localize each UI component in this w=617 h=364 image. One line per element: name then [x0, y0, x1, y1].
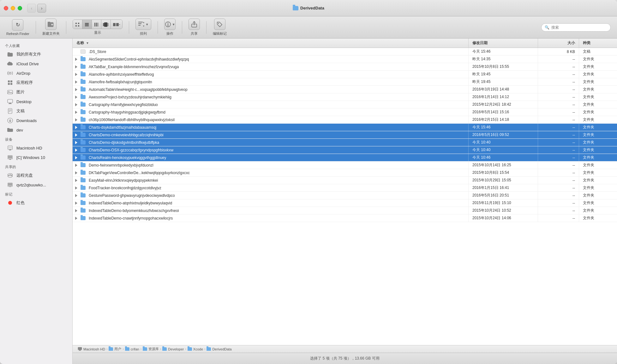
expand-triangle-icon[interactable] — [75, 118, 77, 121]
sort-button[interactable]: ▼ — [135, 19, 151, 30]
file-size-cell: -- — [538, 139, 579, 146]
sidebar-item-docs[interactable]: 文稿 — [2, 106, 70, 116]
minimize-button[interactable] — [11, 6, 15, 10]
breadcrumb-item[interactable]: 资源库 — [143, 347, 159, 351]
breadcrumb-item[interactable]: Developer — [162, 347, 184, 351]
table-row[interactable]: DKTabPageViewControllerDe...kekhwqfqqogd… — [73, 169, 617, 177]
table-row[interactable]: ChartsRealm-henokosypuekvqggvthggjdtnuey… — [73, 154, 617, 161]
expand-triangle-icon[interactable] — [75, 103, 77, 106]
expand-triangle-icon[interactable] — [75, 65, 77, 68]
search-box[interactable]: 🔍 — [541, 23, 611, 32]
expand-triangle-icon[interactable] — [75, 73, 77, 76]
col-header-size[interactable]: 大小 — [538, 38, 579, 48]
expand-triangle-icon[interactable] — [75, 133, 77, 137]
action-button[interactable]: ▼ — [164, 19, 176, 30]
col-header-kind[interactable]: 种类 — [579, 38, 617, 48]
file-name-label: AKTabBar_Example-bldvnmenrlmozhezfzvqmxf… — [89, 65, 179, 69]
sidebar-item-downloads[interactable]: Downloads — [2, 116, 70, 125]
maximize-button[interactable] — [18, 6, 22, 10]
table-row[interactable]: Cartography-hfarnifyjiewxhcyegfislzbtduo… — [73, 101, 617, 109]
file-date-cell: 昨天 14:35 — [469, 56, 538, 63]
new-folder-button[interactable]: 新建文件夹 — [42, 19, 60, 36]
view-share-button[interactable] — [111, 20, 122, 29]
table-row[interactable]: ChartsDemo-djiskodgvlmtbohlfkwjutbffpka今… — [73, 139, 617, 146]
table-row[interactable]: AwesomeProject-bxhzyzdosuhjrdanwchymkieh… — [73, 93, 617, 101]
expand-triangle-icon[interactable] — [75, 164, 77, 167]
col-header-date[interactable]: 修改日期 — [469, 38, 538, 48]
view-column-button[interactable] — [92, 20, 101, 29]
expand-triangle-icon[interactable] — [75, 88, 77, 91]
new-folder-label: 新建文件夹 — [42, 31, 60, 36]
forward-button[interactable]: › — [37, 4, 46, 13]
share-button[interactable] — [189, 19, 200, 30]
expand-triangle-icon[interactable] — [75, 209, 77, 212]
table-row[interactable]: IndexedTableDemo-bdyomemkkuozfvbwcschgxv… — [73, 207, 617, 214]
sidebar-item-shared1[interactable]: qvtz2qbuuwko... — [2, 180, 70, 190]
expand-triangle-icon[interactable] — [75, 171, 77, 174]
table-row[interactable]: Alamofire-fwfbsalqilxhajcunjtgtquonitn昨天… — [73, 78, 617, 86]
table-row[interactable]: .DS_Store今天 15:468 KB文稿 — [73, 48, 617, 56]
table-row[interactable]: Charts-dsykdamdtfazjmalhdabaauamsqj今天 15… — [73, 124, 617, 131]
table-row[interactable]: GesturePassword-ghpwavyrugnjvdeociwywdlv… — [73, 192, 617, 199]
table-row[interactable]: AKTabBar_Example-bldvnmenrlmozhezfzvqmxf… — [73, 63, 617, 71]
view-cover-button[interactable] — [101, 20, 111, 29]
expand-triangle-icon[interactable] — [75, 141, 77, 144]
expand-triangle-icon[interactable] — [75, 80, 77, 84]
expand-triangle-icon[interactable] — [75, 96, 77, 99]
sidebar-item-all-files[interactable]: 我的所有文件 — [2, 50, 70, 59]
expand-triangle-icon[interactable] — [75, 156, 77, 159]
file-kind-cell: 文件夹 — [579, 139, 617, 146]
sidebar-item-airdrop[interactable]: AirDrop — [2, 68, 70, 78]
sidebar-item-dev[interactable]: dev — [2, 125, 70, 135]
table-row[interactable]: FoodTracker-bncekconfrqjdzdgyxcotdivyjvz… — [73, 184, 617, 192]
col-header-name[interactable]: 名称 ▼ — [73, 38, 469, 48]
sidebar-item-macintosh-hd[interactable]: Macintosh HD — [2, 143, 70, 153]
expand-triangle-icon[interactable] — [75, 126, 77, 129]
expand-triangle-icon[interactable] — [75, 58, 77, 61]
file-name-cell: FoodTracker-bncekconfrqjdzdgyxcotdivyjvz — [73, 184, 469, 191]
breadcrumb-item[interactable]: Macintosh HD — [78, 347, 105, 351]
view-list-button[interactable] — [82, 20, 92, 29]
sidebar-item-windows10[interactable]: [C] Windows 10 — [2, 153, 70, 162]
expand-triangle-icon[interactable] — [75, 149, 77, 152]
table-row[interactable]: ChartsDemo-OSX-gzzccabqcfgxyndpspgfrbisx… — [73, 146, 617, 154]
expand-triangle-icon[interactable] — [75, 179, 77, 182]
table-row[interactable]: AksSegmentedSliderControl-ephnlacdvjfnih… — [73, 56, 617, 63]
tags-button[interactable] — [214, 19, 225, 30]
expand-triangle-icon[interactable] — [75, 111, 77, 114]
table-row[interactable]: IndexedTableDemo-cnawtjnnfyrnopgohacxwil… — [73, 214, 617, 222]
table-row[interactable]: ch36p1060fileHandoff-dbhllhvybllhquapwxk… — [73, 116, 617, 124]
back-button[interactable]: ‹ — [27, 4, 36, 13]
breadcrumb-item[interactable]: 用户 — [109, 347, 121, 351]
table-row[interactable]: IndexedTableDemo-atqnhixtnuljeidkybwwyul… — [73, 199, 617, 207]
sidebar-item-desktop[interactable]: Desktop — [2, 97, 70, 106]
breadcrumb-folder-icon — [78, 347, 82, 351]
view-buttons — [73, 20, 123, 29]
expand-triangle-icon[interactable] — [75, 202, 77, 205]
close-button[interactable] — [4, 6, 8, 10]
table-row[interactable]: AutomaticTableViewHeight-c...voqsagtpobb… — [73, 86, 617, 93]
sidebar-item-photos[interactable]: 图片 — [2, 87, 70, 97]
view-icon-button[interactable] — [73, 20, 82, 29]
expand-triangle-icon[interactable] — [75, 194, 77, 197]
refresh-button[interactable]: ↻ Refresh Finder — [6, 19, 29, 36]
file-name-cell: Demo-fwinxwmnrbpokedyxbjvpfduonzl — [73, 161, 469, 169]
breadcrumb-item[interactable]: Xcode — [188, 347, 203, 351]
table-row[interactable]: ChartsDemo-cmkeveievbhbgcafzciqhnihkpbi2… — [73, 131, 617, 139]
table-row[interactable]: EasyMail-elnnJrktknnxqieydpqoypekmkei201… — [73, 177, 617, 184]
search-input[interactable] — [551, 25, 607, 30]
expand-triangle-icon[interactable] — [75, 186, 77, 190]
sidebar-label-icloud: iCloud Drive — [16, 62, 39, 66]
sidebar-item-icloud[interactable]: iCloud Drive — [2, 59, 70, 68]
table-row[interactable]: Cartography-hhaygvhinggsacdjgiqkgwqyfbmd… — [73, 109, 617, 116]
sidebar-item-apps[interactable]: 应用程序 — [2, 78, 70, 87]
expand-triangle-icon[interactable] — [75, 217, 77, 220]
table-row[interactable]: Alamofire-aylhbmhzxiyareeffhteffetlvog昨天… — [73, 71, 617, 78]
sidebar-item-remote-disk[interactable]: 远程光盘 — [2, 171, 70, 180]
breadcrumb-item[interactable]: DerivedData — [207, 347, 231, 351]
breadcrumb-item[interactable]: crifan — [125, 347, 139, 351]
table-row[interactable]: Demo-fwinxwmnrbpokedyxbjvpfduonzl2015年10… — [73, 161, 617, 169]
sidebar-label-remote-disk: 远程光盘 — [16, 173, 33, 178]
sidebar-item-tag-red[interactable]: 红色 — [2, 198, 70, 208]
svg-marker-24 — [143, 26, 144, 27]
